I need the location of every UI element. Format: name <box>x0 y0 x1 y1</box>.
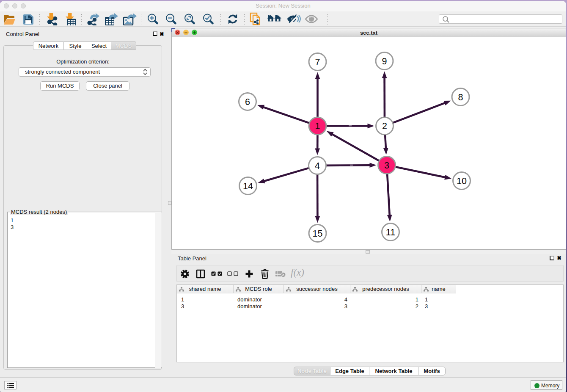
svg-text:7: 7 <box>315 57 320 67</box>
svg-text:2: 2 <box>382 121 387 131</box>
svg-text:4: 4 <box>315 161 320 171</box>
svg-text:6: 6 <box>245 97 250 107</box>
svg-text:8: 8 <box>458 92 463 102</box>
svg-text:3: 3 <box>384 160 389 171</box>
svg-text:9: 9 <box>382 56 387 66</box>
svg-text:1: 1 <box>315 121 320 131</box>
svg-text:11: 11 <box>386 227 395 237</box>
svg-text:15: 15 <box>313 229 323 239</box>
svg-text:10: 10 <box>457 176 467 186</box>
svg-text:14: 14 <box>243 181 253 191</box>
